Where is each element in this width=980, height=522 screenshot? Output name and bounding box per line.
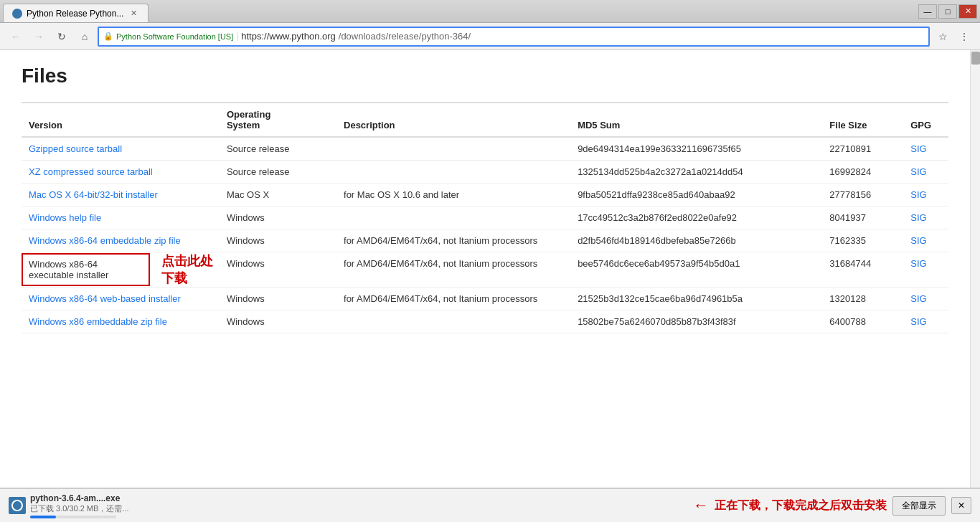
url-domain: https://www.python.org	[241, 31, 336, 42]
os-cell: Windows	[220, 207, 336, 229]
gpg-cell: SIG	[903, 184, 948, 207]
arrow-left-icon: ←	[693, 496, 709, 515]
version-link[interactable]: Windows x86 embeddable zip file	[29, 316, 167, 327]
md5-cell: 17cc49512c3a2b876f2ed8022e0afe92	[570, 207, 822, 229]
close-download-bar-button[interactable]: ✕	[951, 497, 971, 514]
url-path: /downloads/release/python-364/	[339, 31, 471, 42]
table-row: XZ compressed source tarball Source rele…	[22, 161, 948, 184]
highlighted-version-box: Windows x86-64 executable installer	[22, 253, 150, 286]
md5-cell: 1325134dd525b4a2c3272a1a0214dd54	[570, 161, 822, 184]
gpg-cell: SIG	[903, 137, 948, 161]
version-cell: Windows help file	[22, 207, 220, 229]
gpg-cell: SIG	[903, 207, 948, 229]
version-link[interactable]: Windows help file	[29, 212, 101, 223]
table-row: Gzipped source tarball Source release 9d…	[22, 137, 948, 161]
desc-cell: for AMD64/EM64T/x64, not Itanium process…	[336, 288, 570, 310]
size-cell: 7162335	[822, 229, 903, 252]
download-filename: python-3.6.4-am....exe	[30, 493, 129, 503]
os-cell: Windows	[220, 288, 336, 310]
tab-favicon	[12, 9, 22, 19]
size-cell: 31684744	[822, 252, 903, 288]
desc-cell	[336, 207, 570, 229]
gpg-cell: SIG	[903, 288, 948, 310]
chrome-window: Python Release Python... ✕ — □ ✕ ← → ↻ ⌂…	[0, 0, 980, 522]
desc-cell: for AMD64/EM64T/x64, not Itanium process…	[336, 229, 570, 252]
sig-link[interactable]: SIG	[910, 143, 926, 154]
sig-link[interactable]: SIG	[910, 258, 926, 269]
sig-link[interactable]: SIG	[910, 293, 926, 304]
bookmark-button[interactable]: ☆	[933, 27, 953, 47]
forward-button[interactable]: →	[29, 27, 49, 47]
gpg-cell: SIG	[903, 161, 948, 184]
size-cell: 27778156	[822, 184, 903, 207]
scrollbar[interactable]	[970, 50, 980, 488]
sig-link[interactable]: SIG	[910, 212, 926, 223]
security-indicator: 🔒 Python Software Foundation [US]	[103, 32, 238, 41]
sig-link[interactable]: SIG	[910, 316, 926, 327]
col-header-size: File Size	[822, 103, 903, 137]
page-body: Files Version OperatingSystem Descriptio…	[0, 50, 970, 488]
size-cell: 16992824	[822, 161, 903, 184]
version-link[interactable]: Gzipped source tarball	[29, 143, 122, 154]
show-all-downloads-button[interactable]: 全部显示	[892, 496, 946, 516]
col-header-os: OperatingSystem	[220, 103, 336, 137]
version-link[interactable]: XZ compressed source tarball	[29, 166, 153, 177]
md5-cell: d2fb546fd4b189146dbefeba85e7266b	[570, 229, 822, 252]
main-area: Files Version OperatingSystem Descriptio…	[0, 50, 980, 488]
os-cell: Source release	[220, 161, 336, 184]
col-header-desc: Description	[336, 103, 570, 137]
version-cell: Windows x86-64 web-based installer	[22, 288, 220, 310]
minimize-button[interactable]: —	[918, 4, 937, 19]
reload-button[interactable]: ↻	[52, 27, 72, 47]
settings-button[interactable]: ⋮	[954, 27, 974, 47]
version-cell: Mac OS X 64-bit/32-bit installer	[22, 184, 220, 207]
md5-cell: 9fba50521dffa9238ce85ad640abaa92	[570, 184, 822, 207]
os-cell: Windows	[220, 252, 336, 288]
table-row: Windows help file Windows 17cc49512c3a2b…	[22, 207, 948, 229]
sig-link[interactable]: SIG	[910, 235, 926, 246]
table-row: Windows x86-64 web-based installer Windo…	[22, 288, 948, 310]
gpg-cell: SIG	[903, 252, 948, 288]
md5-cell: 21525b3d132ce15cae6ba96d74961b5a	[570, 288, 822, 310]
version-cell-highlighted: Windows x86-64 executable installer 点击此处…	[22, 252, 220, 288]
close-button[interactable]: ✕	[958, 4, 977, 19]
tab-area: Python Release Python... ✕	[3, 0, 915, 22]
download-annotation: 点击此处下载	[161, 252, 220, 287]
size-cell: 1320128	[822, 288, 903, 310]
md5-cell: 15802be75a6246070d85b87b3f43f83f	[570, 310, 822, 333]
table-row: Mac OS X 64-bit/32-bit installer Mac OS …	[22, 184, 948, 207]
tab-close-button[interactable]: ✕	[128, 8, 139, 19]
gpg-cell: SIG	[903, 310, 948, 333]
maximize-button[interactable]: □	[938, 4, 957, 19]
home-button[interactable]: ⌂	[75, 27, 95, 47]
size-cell: 22710891	[822, 137, 903, 161]
nav-bar: ← → ↻ ⌂ 🔒 Python Software Foundation [US…	[0, 23, 980, 50]
col-header-gpg: GPG	[903, 103, 948, 137]
sig-link[interactable]: SIG	[910, 166, 926, 177]
md5-cell: bee5746dc6ece6ab49573a9f54b5d0a1	[570, 252, 822, 288]
os-cell: Mac OS X	[220, 184, 336, 207]
version-link[interactable]: Windows x86-64 embeddable zip file	[29, 235, 181, 246]
version-link[interactable]: Mac OS X 64-bit/32-bit installer	[29, 189, 158, 200]
download-item: python-3.6.4-am....exe 已下载 3.0/30.2 MB，还…	[9, 493, 682, 518]
window-controls: — □ ✕	[918, 4, 977, 19]
desc-cell	[336, 137, 570, 161]
page-heading: Files	[22, 65, 948, 87]
browser-tab[interactable]: Python Release Python... ✕	[3, 4, 149, 22]
address-bar[interactable]: 🔒 Python Software Foundation [US] https:…	[98, 27, 930, 47]
tab-title: Python Release Python...	[27, 9, 123, 19]
back-button[interactable]: ←	[6, 27, 26, 47]
table-row: Windows x86-64 embeddable zip file Windo…	[22, 229, 948, 252]
version-link[interactable]: Windows x86-64 web-based installer	[29, 293, 181, 304]
security-org: Python Software Foundation [US]	[116, 32, 233, 41]
desc-cell: for Mac OS X 10.6 and later	[336, 184, 570, 207]
col-header-md5: MD5 Sum	[570, 103, 822, 137]
col-header-version: Version	[22, 103, 220, 137]
sig-link[interactable]: SIG	[910, 189, 926, 200]
page-content: Files Version OperatingSystem Descriptio…	[0, 50, 970, 488]
version-cell: Windows x86 embeddable zip file	[22, 310, 220, 333]
table-header-row: Version OperatingSystem Description MD5 …	[22, 103, 948, 137]
download-progress-wrap	[30, 516, 116, 518]
download-bar: python-3.6.4-am....exe 已下载 3.0/30.2 MB，还…	[0, 488, 980, 522]
version-cell: XZ compressed source tarball	[22, 161, 220, 184]
